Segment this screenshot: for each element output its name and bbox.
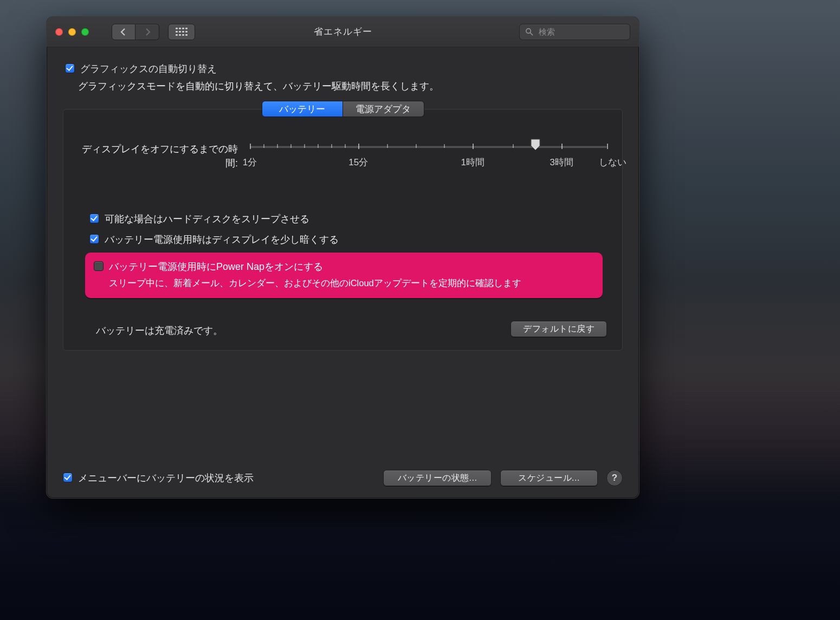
slider-knob[interactable] bbox=[530, 139, 541, 151]
dim-display-label: バッテリー電源使用時はディスプレイを少し暗くする bbox=[105, 233, 339, 246]
options-list: 可能な場合はハードディスクをスリープさせる バッテリー電源使用時はディスプレイを… bbox=[89, 212, 622, 246]
battery-health-button[interactable]: バッテリーの状態... bbox=[383, 470, 492, 486]
menubar-battery-row: メニューバーにバッテリーの状況を表示 bbox=[63, 472, 254, 485]
search-field[interactable] bbox=[519, 24, 630, 40]
tab-battery[interactable]: バッテリー bbox=[262, 101, 343, 117]
power-nap-desc: スリープ中に、新着メール、カレンダー、およびその他のiCloudアップデートを定… bbox=[109, 277, 594, 289]
restore-defaults-button[interactable]: デフォルトに戻す bbox=[511, 321, 607, 337]
slider-tick-label: しない bbox=[599, 156, 626, 169]
hdd-sleep-label: 可能な場合はハードディスクをスリープさせる bbox=[105, 212, 309, 225]
settings-panel: バッテリー 電源アダプタ ディスプレイをオフにするまでの時間: bbox=[63, 109, 623, 351]
graphics-switch-checkbox[interactable] bbox=[65, 63, 75, 73]
hdd-sleep-row: 可能な場合はハードディスクをスリープさせる bbox=[89, 212, 622, 225]
display-sleep-slider-area: ディスプレイをオフにするまでの時間: bbox=[63, 142, 622, 170]
dim-display-row: バッテリー電源使用時はディスプレイを少し暗くする bbox=[89, 233, 622, 246]
power-nap-highlight: バッテリー電源使用時にPower Napをオンにする スリープ中に、新着メール、… bbox=[85, 253, 603, 298]
slider-tick-label: 1分 bbox=[243, 156, 257, 169]
schedule-button[interactable]: スケジュール... bbox=[500, 470, 598, 486]
menubar-battery-checkbox[interactable] bbox=[63, 473, 73, 482]
display-sleep-slider[interactable]: 1分 15分 1時間 3時間 しない bbox=[250, 142, 607, 170]
search-input[interactable] bbox=[538, 27, 639, 37]
graphics-switch-label: グラフィックスの自動切り替え bbox=[80, 62, 217, 75]
content: グラフィックスの自動切り替え グラフィックスモードを自動的に切り替えて、バッテリ… bbox=[47, 47, 639, 364]
svg-line-1 bbox=[531, 33, 533, 35]
titlebar: 省エネルギー bbox=[47, 17, 639, 47]
slider-tick-label: 1時間 bbox=[461, 156, 484, 169]
menubar-battery-label: メニューバーにバッテリーの状況を表示 bbox=[78, 472, 254, 485]
graphics-switch-desc: グラフィックスモードを自動的に切り替えて、バッテリー駆動時間を長くします。 bbox=[78, 80, 623, 93]
dim-display-checkbox[interactable] bbox=[89, 234, 99, 244]
power-nap-row: バッテリー電源使用時にPower Napをオンにする bbox=[94, 260, 594, 273]
hdd-sleep-checkbox[interactable] bbox=[89, 214, 99, 223]
slider-track bbox=[250, 145, 607, 148]
slider-tick-label: 3時間 bbox=[550, 156, 573, 169]
desktop-background: 省エネルギー グラフィックスの自動切り替え グラフィックスモードを自動的に切り替… bbox=[0, 0, 840, 620]
help-button[interactable]: ? bbox=[606, 470, 623, 486]
tab-power-adapter[interactable]: 電源アダプタ bbox=[343, 101, 424, 117]
slider-tick-label: 15分 bbox=[348, 156, 368, 169]
system-prefs-window: 省エネルギー グラフィックスの自動切り替え グラフィックスモードを自動的に切り替… bbox=[46, 16, 639, 499]
footer: メニューバーにバッテリーの状況を表示 バッテリーの状態... スケジュール...… bbox=[63, 470, 623, 486]
search-icon bbox=[525, 28, 533, 36]
power-nap-checkbox[interactable] bbox=[94, 261, 104, 271]
tabs: バッテリー 電源アダプタ bbox=[63, 101, 622, 109]
graphics-switch-row: グラフィックスの自動切り替え bbox=[65, 62, 623, 75]
power-nap-label: バッテリー電源使用時にPower Napをオンにする bbox=[109, 260, 323, 273]
display-sleep-label: ディスプレイをオフにするまでの時間: bbox=[75, 142, 238, 170]
